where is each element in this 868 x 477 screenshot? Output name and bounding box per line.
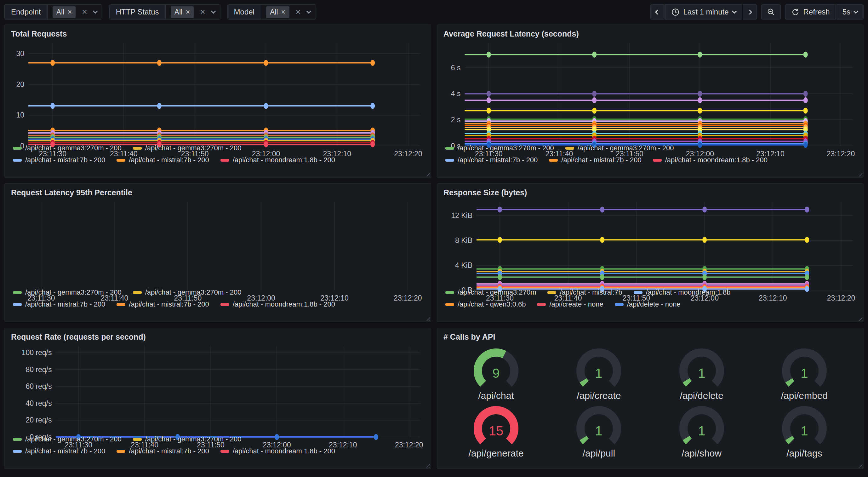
filter-endpoint: Endpoint All × × — [4, 4, 102, 20]
remove-chip-icon[interactable]: × — [281, 8, 286, 16]
refresh-button[interactable]: Refresh — [785, 4, 836, 20]
panel-title[interactable]: Total Requests — [11, 29, 425, 38]
legend-item[interactable]: /api/chat - gemma3:270m - 200 — [13, 288, 122, 296]
series-color-chip — [133, 438, 142, 441]
legend-item[interactable]: /api/chat - mistral:7b - 200 — [13, 447, 105, 455]
legend-label: /api/chat - gemma3:270m - 200 — [145, 435, 242, 443]
legend-label: /api/create - none — [549, 300, 603, 308]
filter-value-picker[interactable]: All × × — [261, 5, 316, 19]
legend-item[interactable]: /api/chat - mistral:7b — [547, 288, 622, 296]
legend-item[interactable]: /api/delete - none — [615, 300, 681, 308]
legend-label: /api/chat - moondream:1.8b - 200 — [233, 300, 335, 308]
chevron-down-icon[interactable] — [306, 8, 311, 13]
legend-label: /api/chat - gemma3:270m - 200 — [578, 144, 674, 152]
legend-item[interactable]: /api/chat - moondream:1.8b - 200 — [653, 156, 768, 164]
chevron-down-icon[interactable] — [93, 8, 98, 13]
legend-item[interactable]: /api/chat - mistral:7b - 200 — [117, 300, 209, 308]
panel-resize-handle[interactable] — [857, 171, 862, 176]
gauge-label: /api/embed — [781, 390, 828, 401]
legend-item[interactable]: /api/chat - gemma3:270m - 200 — [13, 144, 122, 152]
legend-item[interactable]: /api/chat - gemma3:270m - 200 — [13, 435, 122, 443]
filter-value-picker[interactable]: All × × — [48, 5, 102, 19]
legend-label: /api/chat - gemma3:270m - 200 — [145, 144, 242, 152]
legend-item[interactable]: /api/chat - moondream:1.8b - 200 — [220, 300, 335, 308]
remove-chip-icon[interactable]: × — [186, 8, 190, 16]
panel-resize-handle[interactable] — [425, 316, 430, 321]
panel-title[interactable]: # Calls by API — [443, 332, 857, 341]
gauge-value: 1 — [698, 366, 705, 381]
panel-resize-handle[interactable] — [857, 462, 862, 468]
panel-title[interactable]: Average Request Latency (seconds) — [443, 29, 857, 38]
clock-icon — [671, 8, 680, 17]
legend-label: /api/chat - mistral:7b - 200 — [129, 447, 209, 455]
legend-item[interactable]: /api/chat - gemma3:270m - 200 — [133, 435, 242, 443]
legend-label: /api/chat - moondream:1.8b - 200 — [233, 156, 335, 164]
time-series-chart[interactable]: 23:11:3023:11:4023:11:5023:12:0023:12:10… — [11, 199, 425, 283]
time-series-chart[interactable]: 0 req/s20 req/s40 req/s60 req/s80 req/s1… — [11, 343, 425, 430]
refresh-icon — [791, 8, 800, 17]
gauge-api-chat: 9/api/chat — [445, 345, 547, 402]
legend-item[interactable]: /api/chat - mistral:7b - 200 — [13, 156, 105, 164]
chevron-down-icon[interactable] — [211, 8, 216, 13]
filter-chip[interactable]: All × — [171, 6, 194, 18]
legend-item[interactable]: /api/chat - gemma3:270m - 200 — [445, 144, 554, 152]
legend-item[interactable]: /api/chat - mistral:7b - 200 — [13, 300, 105, 308]
svg-text:6 s: 6 s — [451, 64, 461, 72]
chart-legend: /api/chat - gemma3:270m - 200/api/chat -… — [11, 283, 425, 319]
legend-item[interactable]: /api/chat - moondream:1.8b - 200 — [220, 447, 335, 455]
gauge-value: 1 — [801, 366, 808, 381]
legend-label: /api/chat - mistral:7b — [560, 288, 622, 296]
legend-row: /api/chat - mistral:7b - 200/api/chat - … — [13, 447, 423, 455]
panel-resize-handle[interactable] — [425, 462, 430, 468]
legend-label: /api/chat - gemma3:270m - 200 — [145, 288, 242, 296]
time-series-chart[interactable]: 010203023:11:3023:11:4023:11:5023:12:002… — [11, 40, 425, 139]
time-shift-forward-button[interactable] — [743, 4, 757, 20]
legend-item[interactable]: /api/chat - moondream:1.8b — [634, 288, 731, 296]
filter-label: Endpoint — [5, 5, 48, 19]
series-color-chip — [220, 303, 229, 306]
legend-label: /api/chat - gemma3:270m - 200 — [25, 288, 122, 296]
panel-resize-handle[interactable] — [857, 316, 862, 321]
time-range-picker[interactable]: Last 1 minute — [665, 4, 742, 20]
legend-item[interactable]: /api/chat - qwen3:0.6b — [445, 300, 526, 308]
panel-grid: Total Requests 010203023:11:3023:11:4023… — [4, 25, 864, 469]
legend-item[interactable]: /api/chat - mistral:7b - 200 — [445, 156, 538, 164]
legend-item[interactable]: /api/chat - mistral:7b - 200 — [117, 447, 209, 455]
filter-model: Model All × × — [227, 4, 316, 20]
legend-item[interactable]: /api/chat - gemma3:270m - 200 — [133, 144, 242, 152]
legend-item[interactable]: /api/create - none — [537, 300, 603, 308]
panel-title[interactable]: Response Size (bytes) — [443, 188, 857, 197]
legend-label: /api/chat - moondream:1.8b — [646, 288, 731, 296]
legend-item[interactable]: /api/chat - mistral:7b - 200 — [117, 156, 209, 164]
legend-row: /api/chat - gemma3:270m/api/chat - mistr… — [445, 288, 855, 296]
refresh-interval-picker[interactable]: 5s — [837, 4, 864, 20]
zoom-out-time-button[interactable] — [761, 4, 781, 20]
clear-filter-icon[interactable]: × — [295, 7, 301, 17]
series-color-chip — [445, 303, 454, 306]
filter-chip[interactable]: All × — [53, 6, 76, 18]
remove-chip-icon[interactable]: × — [67, 8, 72, 16]
legend-label: /api/delete - none — [627, 300, 681, 308]
gauge-arc: 1 — [672, 346, 732, 390]
panel-resize-handle[interactable] — [425, 171, 430, 176]
chart-legend: /api/chat - gemma3:270m - 200/api/chat -… — [11, 139, 425, 175]
legend-label: /api/chat - gemma3:270m - 200 — [25, 435, 122, 443]
legend-item[interactable]: /api/chat - gemma3:270m - 200 — [565, 144, 674, 152]
panel-calls-by-api: # Calls by API 9/api/chat1/api/create1/a… — [437, 328, 864, 469]
panel-title[interactable]: Request Latency 95th Percentile — [11, 188, 425, 197]
legend-item[interactable]: /api/chat - mistral:7b - 200 — [549, 156, 641, 164]
panel-total-requests: Total Requests 010203023:11:3023:11:4023… — [4, 25, 431, 178]
series-color-chip — [220, 159, 229, 161]
panel-title[interactable]: Request Rate (requests per second) — [11, 332, 425, 341]
legend-item[interactable]: /api/chat - gemma3:270m — [445, 288, 536, 296]
clear-filter-icon[interactable]: × — [81, 7, 88, 17]
time-shift-back-button[interactable] — [650, 4, 664, 20]
legend-item[interactable]: /api/chat - gemma3:270m - 200 — [133, 288, 242, 296]
clear-filter-icon[interactable]: × — [199, 7, 206, 17]
filter-chip[interactable]: All × — [266, 6, 289, 18]
legend-item[interactable]: /api/chat - moondream:1.8b - 200 — [220, 156, 335, 164]
gauge-label: /api/generate — [469, 448, 524, 459]
time-series-chart[interactable]: 0 s2 s4 s6 s23:11:3023:11:4023:11:5023:1… — [443, 40, 857, 139]
filter-value-picker[interactable]: All × × — [166, 5, 220, 19]
time-series-chart[interactable]: 0 B4 KiB8 KiB12 KiB23:11:3023:11:4023:11… — [443, 199, 857, 283]
